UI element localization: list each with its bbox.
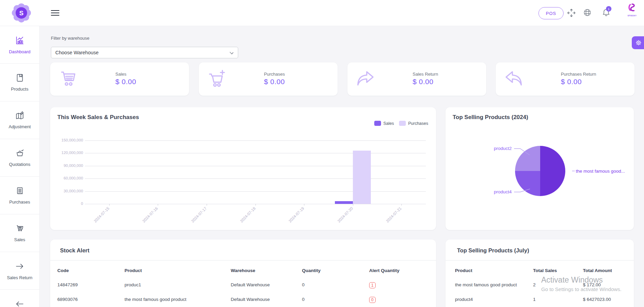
- cell-total-sales: 2: [533, 282, 583, 287]
- x-tick: [353, 204, 353, 206]
- adjustment-icon: [15, 111, 24, 120]
- top-header: S POS 1 STOCKY: [0, 0, 644, 26]
- column-header: Product: [125, 268, 231, 273]
- dashboard-icon: [15, 36, 24, 45]
- cell-total-amount: $ 172.00: [583, 282, 630, 287]
- table-row: 68903076 the most famous good product De…: [57, 297, 433, 303]
- filter-by-warehouse-label: Filter by warehouse: [51, 36, 89, 41]
- brand-name-label: STOCKY: [624, 15, 640, 17]
- cart-plus-icon: [206, 69, 227, 88]
- gridline: [85, 153, 426, 153]
- chevron-down-icon: [230, 51, 233, 54]
- sidebar-item-purchases-return[interactable]: Purchases Return: [0, 290, 39, 307]
- column-header: Product: [455, 268, 533, 273]
- cell-warehouse: Default Warehouse: [231, 297, 302, 302]
- stat-label: Purchases: [264, 72, 285, 77]
- svg-text:S: S: [19, 9, 24, 17]
- y-tick-label: 120,000,000: [50, 151, 83, 155]
- sidebar-item-purchases[interactable]: Purchases: [0, 177, 39, 214]
- pie-label-famous-product: the most famous good...: [576, 169, 625, 174]
- x-tick: [255, 204, 256, 206]
- top-selling-july-title: Top Selling Products (July): [457, 247, 529, 254]
- column-header: Total Sales: [533, 268, 583, 273]
- sidebar-nav: Dashboard Products Adjustment Quotations…: [0, 26, 40, 307]
- cell-total-amount: $ 6427023.00: [583, 297, 630, 302]
- app-logo[interactable]: S: [11, 3, 32, 23]
- menu-toggle-icon[interactable]: [51, 10, 59, 16]
- theme-settings-button[interactable]: [632, 36, 644, 49]
- top-selling-2024-card: Top Selling Products (2024) product2 pro…: [446, 107, 634, 230]
- stocky-brand[interactable]: STOCKY: [624, 3, 640, 17]
- cell-product: product4: [455, 297, 533, 302]
- table-row: 14847269 produc1 Default Warehouse 0 1: [57, 282, 433, 288]
- x-tick: [207, 204, 207, 206]
- table-row: product4 1 $ 6427023.00: [455, 297, 630, 302]
- weekly-sales-purchases-card: This Week Sales & Purchases Sales Purcha…: [50, 107, 436, 230]
- sidebar-item-label: Products: [11, 87, 28, 92]
- sidebar-item-label: Adjustment: [8, 124, 31, 129]
- stat-label: Sales Return: [413, 72, 438, 77]
- y-tick-label: 30,000,000: [50, 189, 83, 193]
- pie-label-product4: product4: [494, 189, 512, 194]
- july-header-row: Product Total Sales Total Amount: [455, 268, 630, 273]
- column-header: Quantity: [302, 268, 369, 273]
- sidebar-item-adjustment[interactable]: Adjustment: [0, 101, 39, 139]
- sidebar-item-label: Sales: [14, 237, 25, 242]
- sidebar-item-products[interactable]: Products: [0, 64, 39, 101]
- stat-card-purchases-return: Purchases Return $ 0.00: [496, 62, 634, 96]
- bar-purchases: [353, 151, 371, 204]
- divider: [50, 260, 436, 261]
- warehouse-select[interactable]: Choose Warehouse: [51, 47, 238, 58]
- cell-quantity: 0: [302, 282, 369, 287]
- cell-product: the most famous good product: [125, 297, 231, 302]
- sidebar-item-quotations[interactable]: Quotations: [0, 139, 39, 177]
- divider: [446, 260, 634, 261]
- column-header: Warehouse: [231, 268, 302, 273]
- table-row: the most famous good product 2 $ 172.00: [455, 282, 630, 287]
- stat-value: $ 0.00: [561, 78, 596, 86]
- cell-code: 68903076: [57, 297, 125, 302]
- arrow-forward-icon: [355, 69, 376, 88]
- sidebar-item-dashboard[interactable]: Dashboard: [0, 26, 39, 64]
- pos-button[interactable]: POS: [538, 7, 564, 19]
- stat-value: $ 0.00: [115, 78, 136, 86]
- language-globe-icon[interactable]: [583, 8, 591, 18]
- purchases-icon: [15, 186, 24, 195]
- gridline: [85, 178, 426, 179]
- y-tick-label: 90,000,000: [50, 164, 83, 168]
- column-header: Code: [57, 268, 125, 273]
- bar-sales: [335, 201, 353, 204]
- cart-icon: [58, 69, 79, 88]
- stat-label: Purchases Return: [561, 72, 596, 77]
- warehouse-select-value: Choose Warehouse: [55, 50, 99, 55]
- sidebar-item-label: Quotations: [9, 162, 31, 167]
- sales-icon: [15, 224, 24, 233]
- arrow-back-icon: [503, 69, 524, 88]
- stock-alert-header-row: Code Product Warehouse Quantity Alert Qu…: [57, 268, 433, 273]
- gridline: [85, 191, 426, 192]
- quotations-icon: [15, 149, 24, 158]
- sidebar-item-sales-return[interactable]: Sales Return: [0, 252, 39, 290]
- sidebar-item-label: Sales Return: [7, 275, 32, 280]
- sidebar-item-sales[interactable]: Sales: [0, 214, 39, 252]
- alert-quantity-badge: 0: [369, 297, 376, 303]
- bar-plot: 150,000,000120,000,00090,000,00060,000,0…: [50, 107, 436, 230]
- stat-value: $ 0.00: [413, 78, 438, 86]
- gridline: [85, 166, 426, 166]
- gridline: [85, 140, 426, 141]
- notifications-bell-icon[interactable]: 1: [602, 8, 611, 19]
- stat-card-purchases: Purchases $ 0.00: [199, 62, 338, 96]
- top-selling-july-card: Top Selling Products (July) Product Tota…: [446, 239, 634, 307]
- gear-icon: [635, 39, 642, 46]
- stock-alert-title: Stock Alert: [60, 247, 90, 254]
- column-header: Total Amount: [583, 268, 630, 273]
- fullscreen-icon[interactable]: [567, 8, 576, 19]
- notification-count-badge: 1: [606, 6, 611, 12]
- cell-warehouse: Default Warehouse: [231, 282, 302, 287]
- stat-value: $ 0.00: [264, 78, 285, 86]
- cell-code: 14847269: [57, 282, 125, 287]
- x-tick: [304, 204, 304, 206]
- pie-label-product2: product2: [494, 146, 512, 151]
- stat-card-sales-return: Sales Return $ 0.00: [347, 62, 486, 96]
- stat-label: Sales: [115, 72, 136, 77]
